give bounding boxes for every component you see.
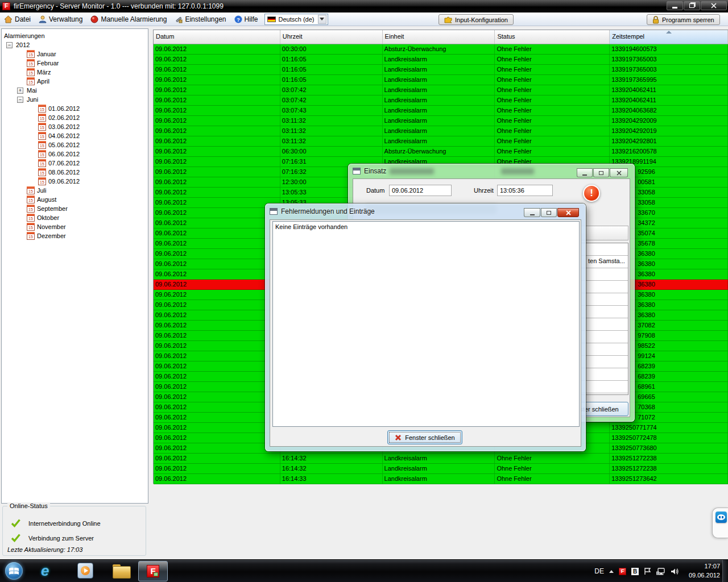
volume-icon[interactable] [671, 568, 679, 575]
tree-label: November [37, 223, 66, 230]
cell-u: 03:11:32 [280, 136, 383, 146]
input-konfiguration-button[interactable]: Input-Konfiguration [439, 14, 514, 25]
tree-item-07.06.2012[interactable]: 07.06.2012 [2, 159, 148, 168]
teamviewer-tab[interactable] [712, 508, 728, 538]
show-desktop-button[interactable] [722, 560, 728, 582]
svg-text:?: ? [237, 16, 240, 22]
tree-item-04.06.2012[interactable]: 04.06.2012 [2, 131, 148, 140]
b-tray-icon[interactable]: B [631, 568, 639, 575]
firemergency-taskbar-button[interactable]: F [138, 561, 168, 581]
language-indicator[interactable]: DE [594, 567, 604, 575]
cell-d: 09.06.2012 [154, 331, 280, 340]
menu-einstellungen[interactable]: Einstellungen [171, 13, 230, 26]
fenster-schliessen-button[interactable]: Fenster schließen [387, 430, 462, 444]
cell-e: Landkreisalarm [383, 65, 495, 74]
close-button[interactable] [557, 208, 579, 217]
table-row[interactable]: 09.06.201206:30:00Absturz-ÜberwachungOhn… [154, 147, 728, 157]
language-select[interactable]: Deutsch (de) [264, 14, 328, 25]
minus-expander-icon[interactable]: − [6, 42, 13, 48]
clock[interactable]: 17:07 09.06.2012 [689, 562, 720, 580]
table-row[interactable]: 09.06.201203:11:32LandkreisalarmOhne Feh… [154, 116, 728, 126]
table-row[interactable]: 09.06.201200:30:00Absturz-ÜberwachungOhn… [154, 44, 728, 55]
media-player-icon[interactable] [77, 563, 94, 580]
tree-item-2012[interactable]: −2012 [2, 40, 148, 49]
minimize-button[interactable] [524, 208, 540, 217]
tree-item-märz[interactable]: März [2, 68, 148, 77]
datum-label: Datum [366, 187, 384, 194]
cell-z: 1339197365995 [610, 75, 728, 85]
messages-textarea[interactable]: Keine Einträge vorhanden [272, 221, 580, 427]
tree-item-februar[interactable]: Februar [2, 59, 148, 68]
maximize-button[interactable] [593, 168, 609, 177]
plus-expander-icon[interactable]: + [17, 88, 23, 94]
tree-item-november[interactable]: November [2, 222, 148, 231]
programm-sperren-button[interactable]: Programm sperren [647, 14, 720, 25]
tree-item-05.06.2012[interactable]: 05.06.2012 [2, 140, 148, 149]
cell-e: Landkreisalarm [383, 454, 495, 463]
table-row[interactable]: 09.06.201201:16:05LandkreisalarmOhne Feh… [154, 65, 728, 75]
table-row[interactable]: 09.06.201203:07:42LandkreisalarmOhne Feh… [154, 95, 728, 106]
file-explorer-icon[interactable] [113, 563, 130, 580]
column-header-status[interactable]: Status [495, 30, 610, 44]
menu-hilfe[interactable]: ? Hilfe [230, 13, 262, 26]
column-header-uhrzeit[interactable]: Uhrzeit [280, 30, 383, 44]
column-header-datum[interactable]: Datum [154, 30, 280, 44]
menu-manuelle-alarmierung[interactable]: Manuelle Alarmierung [86, 13, 171, 26]
tree-item-juni[interactable]: −Juni [2, 95, 148, 104]
table-row[interactable]: 09.06.201216:14:33LandkreisalarmOhne Feh… [154, 474, 728, 484]
maximize-button[interactable] [541, 208, 557, 217]
column-header-zeitstempel[interactable]: Zeitstempel [610, 30, 728, 44]
firemergency-tray-icon[interactable]: F [619, 568, 626, 575]
table-row[interactable]: 09.06.201216:14:32LandkreisalarmOhne Feh… [154, 454, 728, 464]
tree-item-03.06.2012[interactable]: 03.06.2012 [2, 122, 148, 131]
close-button[interactable] [701, 1, 727, 10]
cell-s: Ohne Fehler [495, 147, 610, 156]
action-center-flag-icon[interactable] [644, 567, 651, 575]
fehlermeldungen-client: Keine Einträge vorhanden Fenster schließ… [270, 219, 581, 447]
table-row[interactable]: 09.06.201201:16:05LandkreisalarmOhne Feh… [154, 75, 728, 85]
tree-label: 09.06.2012 [48, 178, 80, 185]
tree-item-dezember[interactable]: Dezember [2, 231, 148, 240]
tree-item-09.06.2012[interactable]: 09.06.2012 [2, 177, 148, 186]
network-icon[interactable] [656, 568, 665, 575]
table-row[interactable]: 09.06.201203:11:32LandkreisalarmOhne Feh… [154, 126, 728, 136]
minus-expander-icon[interactable]: − [17, 97, 23, 103]
internet-status-row: Internetverbindung Online [11, 519, 101, 527]
tree-item-april[interactable]: April [2, 77, 148, 86]
datum-field[interactable]: 09.06.2012 [389, 185, 452, 196]
table-row[interactable]: 09.06.201203:07:43LandkreisalarmOhne Feh… [154, 106, 728, 116]
tree-item-januar[interactable]: Januar [2, 49, 148, 59]
minimize-button[interactable] [667, 1, 683, 10]
main-titlebar[interactable]: F firEmergency - Server Monitor - 1.0 --… [0, 0, 728, 13]
menu-verwaltung[interactable]: Verwaltung [35, 13, 86, 26]
language-dropdown-button[interactable] [318, 15, 326, 24]
uhrzeit-field[interactable]: 13:05:36 [497, 185, 553, 196]
tree-item-01.06.2012[interactable]: 01.06.2012 [2, 104, 148, 113]
table-row[interactable]: 09.06.201216:14:32LandkreisalarmOhne Feh… [154, 464, 728, 474]
internet-explorer-icon[interactable]: e [41, 563, 58, 580]
tree-item-september[interactable]: September [2, 204, 148, 213]
start-button[interactable] [5, 562, 23, 580]
table-row[interactable]: 09.06.201203:11:32LandkreisalarmOhne Feh… [154, 136, 728, 147]
restore-button[interactable] [684, 1, 700, 10]
tree-label: Dezember [37, 232, 66, 239]
tree-item-august[interactable]: August [2, 195, 148, 204]
tree-item-mai[interactable]: +Mai [2, 86, 148, 95]
tree-item-06.06.2012[interactable]: 06.06.2012 [2, 149, 148, 159]
hidden-icons-button[interactable] [609, 570, 614, 573]
minimize-button[interactable] [577, 168, 593, 177]
tree-label: 07.06.2012 [48, 160, 80, 167]
menu-datei[interactable]: Datei [0, 13, 35, 26]
table-row[interactable]: 09.06.201203:07:42LandkreisalarmOhne Feh… [154, 85, 728, 95]
cell-d: 09.06.2012 [154, 249, 280, 259]
tree-item-08.06.2012[interactable]: 08.06.2012 [2, 168, 148, 177]
column-header-einheit[interactable]: Einheit [383, 30, 495, 44]
tree-item-02.06.2012[interactable]: 02.06.2012 [2, 113, 148, 122]
tree-item-oktober[interactable]: Oktober [2, 213, 148, 222]
close-button[interactable] [610, 168, 628, 177]
tree-item-alarmierungen[interactable]: Alarmierungen [2, 31, 148, 40]
table-row[interactable]: 09.06.201201:16:05LandkreisalarmOhne Feh… [154, 55, 728, 65]
tree-label: März [37, 69, 51, 76]
tree-label: 2012 [16, 41, 30, 48]
tree-item-juli[interactable]: Juli [2, 186, 148, 195]
